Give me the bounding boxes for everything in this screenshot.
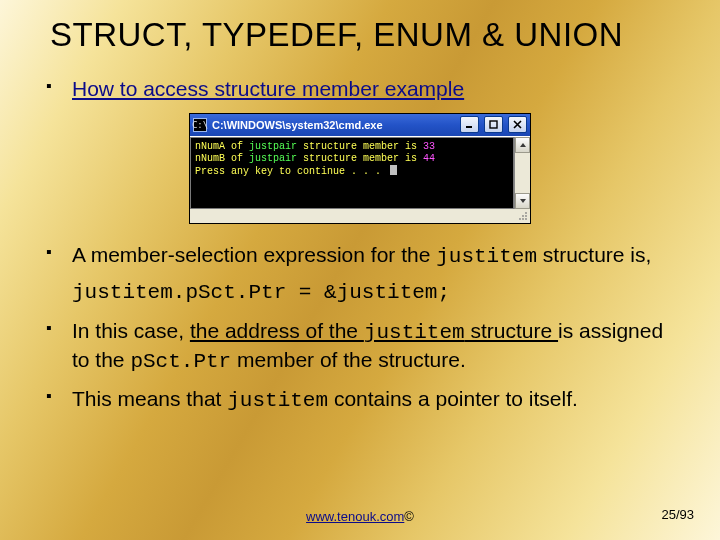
slide-title: STRUCT, TYPEDEF, ENUM & UNION xyxy=(50,16,680,54)
cmd-scrollbar[interactable] xyxy=(514,137,530,209)
svg-point-4 xyxy=(525,215,527,217)
chevron-down-icon xyxy=(519,197,527,205)
minimize-button[interactable] xyxy=(460,116,479,133)
maximize-button[interactable] xyxy=(484,116,503,133)
minimize-icon xyxy=(465,120,474,129)
svg-point-7 xyxy=(525,218,527,220)
slide: STRUCT, TYPEDEF, ENUM & UNION How to acc… xyxy=(0,0,720,540)
scroll-track[interactable] xyxy=(515,153,530,193)
b4-t1: This means that xyxy=(72,387,227,410)
chevron-up-icon xyxy=(519,141,527,149)
b3-c1: justitem xyxy=(364,321,465,344)
bullet-list-3: In this case, the address of the justite… xyxy=(40,318,680,415)
b3-t3: member of the structure. xyxy=(231,348,466,371)
close-button[interactable] xyxy=(508,116,527,133)
cmd-titlebar: C:\ C:\WINDOWS\system32\cmd.exe xyxy=(190,114,530,136)
cmd-line-3: Press any key to continue . . . xyxy=(195,165,509,178)
b4-t2: contains a pointer to itself. xyxy=(328,387,578,410)
b3-u2: structure xyxy=(465,319,558,342)
bullet-1: How to access structure member example xyxy=(40,76,680,103)
svg-rect-0 xyxy=(466,126,472,128)
resize-grip[interactable] xyxy=(190,209,530,223)
cmd-body: nNumA of justpair structure member is 33… xyxy=(190,137,514,209)
footer-link[interactable]: www.tenouk.com xyxy=(306,509,404,524)
b3-t1: In this case, xyxy=(72,319,190,342)
cmd-line-1: nNumA of justpair structure member is 33 xyxy=(195,141,509,153)
maximize-icon xyxy=(489,120,498,129)
bullet-list-2: A member-selection expression for the ju… xyxy=(40,242,680,271)
cmd-title: C:\WINDOWS\system32\cmd.exe xyxy=(212,119,455,131)
svg-point-2 xyxy=(525,212,527,214)
close-icon xyxy=(513,120,522,129)
bullet-2: A member-selection expression for the ju… xyxy=(40,242,680,271)
b3-u1: the address of the xyxy=(190,319,364,342)
svg-point-5 xyxy=(519,218,521,220)
example-link[interactable]: How to access structure member example xyxy=(72,77,464,100)
cursor-icon xyxy=(390,165,397,175)
footer: www.tenouk.com © xyxy=(0,509,720,524)
cmd-inner: nNumA of justpair structure member is 33… xyxy=(190,136,530,209)
b3-c2: pSct.Ptr xyxy=(130,350,231,373)
bullet-2-code: justitem xyxy=(436,245,537,268)
bullet-3: In this case, the address of the justite… xyxy=(40,318,680,376)
bullet-4: This means that justitem contains a poin… xyxy=(40,386,680,415)
bullet-list: How to access structure member example xyxy=(40,76,680,103)
cmd-window: C:\ C:\WINDOWS\system32\cmd.exe nNumA of… xyxy=(189,113,531,224)
scroll-up-button[interactable] xyxy=(515,137,530,153)
bullet-2-text-a: A member-selection expression for the xyxy=(72,243,436,266)
svg-rect-1 xyxy=(490,121,497,128)
b4-c1: justitem xyxy=(227,389,328,412)
scroll-down-button[interactable] xyxy=(515,193,530,209)
grip-icon xyxy=(518,211,528,221)
page-number: 25/93 xyxy=(661,507,694,522)
svg-point-3 xyxy=(522,215,524,217)
svg-point-6 xyxy=(522,218,524,220)
cmd-line-2: nNumB of justpair structure member is 44 xyxy=(195,153,509,165)
code-expression: justitem.pSct.Ptr = &justitem; xyxy=(72,281,680,304)
footer-copy: © xyxy=(404,509,414,524)
bullet-2-text-b: structure is, xyxy=(537,243,651,266)
cmd-icon: C:\ xyxy=(193,118,207,132)
